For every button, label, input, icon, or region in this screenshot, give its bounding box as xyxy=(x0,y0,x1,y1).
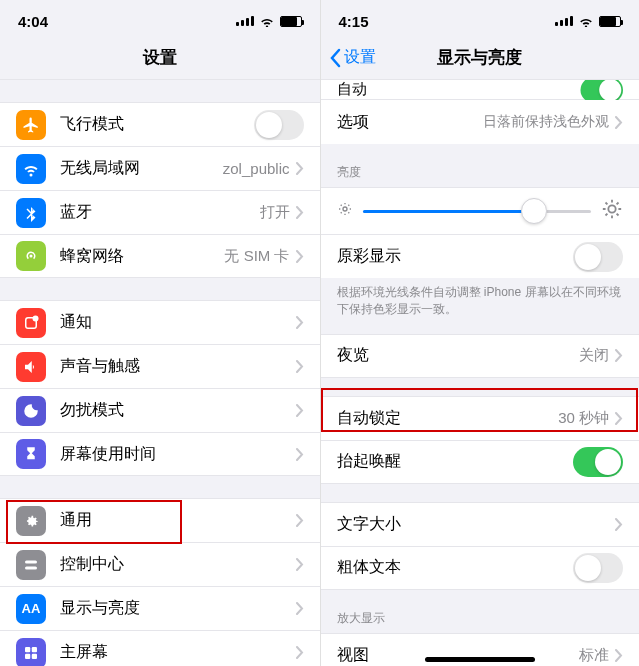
row-sounds[interactable]: 声音与触感 xyxy=(0,344,320,388)
row-true-tone[interactable]: 原彩显示 xyxy=(321,234,640,278)
row-auto-partial[interactable]: 自动 xyxy=(321,80,640,100)
auto-toggle[interactable] xyxy=(581,80,624,102)
label: 通知 xyxy=(60,312,296,333)
label: 主屏幕 xyxy=(60,642,296,663)
row-general[interactable]: 通用 xyxy=(0,498,320,542)
label: 原彩显示 xyxy=(337,246,574,267)
value: 无 SIM 卡 xyxy=(224,247,289,266)
svg-rect-5 xyxy=(32,647,37,652)
cell-signal-icon xyxy=(236,16,254,26)
brightness-slider-row xyxy=(321,187,640,234)
svg-rect-2 xyxy=(25,560,37,563)
label: 自动 xyxy=(337,80,367,99)
svg-rect-3 xyxy=(25,566,37,569)
grid-icon xyxy=(16,638,46,667)
row-night-shift[interactable]: 夜览 关闭 xyxy=(321,334,640,378)
wifi-icon xyxy=(16,154,46,184)
row-airplane-mode[interactable]: 飞行模式 xyxy=(0,102,320,146)
chevron-right-icon xyxy=(615,518,623,531)
chevron-right-icon xyxy=(296,602,304,615)
label: 无线局域网 xyxy=(60,158,223,179)
page-title: 显示与亮度 xyxy=(437,46,522,69)
text-aa-icon: AA xyxy=(16,594,46,624)
label: 蜂窝网络 xyxy=(60,246,224,267)
bold-text-toggle[interactable] xyxy=(573,553,623,583)
row-wifi[interactable]: 无线局域网 zol_public xyxy=(0,146,320,190)
value: 30 秒钟 xyxy=(558,409,609,428)
row-screentime[interactable]: 屏幕使用时间 xyxy=(0,432,320,476)
label: 夜览 xyxy=(337,345,580,366)
row-appearance-options[interactable]: 选项 日落前保持浅色外观 xyxy=(321,100,640,144)
chevron-right-icon xyxy=(615,349,623,362)
row-cellular[interactable]: 蜂窝网络 无 SIM 卡 xyxy=(0,234,320,278)
gear-icon xyxy=(16,506,46,536)
battery-icon xyxy=(280,16,302,27)
row-notifications[interactable]: 通知 xyxy=(0,300,320,344)
status-bar: 4:04 xyxy=(0,0,320,36)
back-label: 设置 xyxy=(344,47,376,68)
chevron-right-icon xyxy=(296,558,304,571)
row-display-brightness[interactable]: AA 显示与亮度 xyxy=(0,586,320,630)
hourglass-icon xyxy=(16,439,46,469)
label: 视图 xyxy=(337,645,580,666)
screenshot-settings-root: 4:04 设置 飞行模式 无线局域网 zol_public xyxy=(0,0,320,666)
screenshot-display-brightness: 4:15 设置 显示与亮度 自动 选项 日落前保持浅色外观 xyxy=(320,0,640,666)
nav-header: 设置 显示与亮度 xyxy=(321,36,640,80)
row-control-center[interactable]: 控制中心 xyxy=(0,542,320,586)
svg-point-1 xyxy=(33,315,39,321)
chevron-right-icon xyxy=(296,448,304,461)
chevron-right-icon xyxy=(296,206,304,219)
status-bar: 4:15 xyxy=(321,0,640,36)
chevron-right-icon xyxy=(296,404,304,417)
switches-icon xyxy=(16,550,46,580)
value: 关闭 xyxy=(579,346,609,365)
nav-header: 设置 xyxy=(0,36,320,80)
label: 屏幕使用时间 xyxy=(60,444,296,465)
label: 通用 xyxy=(60,510,296,531)
row-home-screen[interactable]: 主屏幕 xyxy=(0,630,320,666)
row-bluetooth[interactable]: 蓝牙 打开 xyxy=(0,190,320,234)
brightness-header: 亮度 xyxy=(321,160,640,187)
row-bold-text[interactable]: 粗体文本 xyxy=(321,546,640,590)
chevron-right-icon xyxy=(615,649,623,662)
chevron-right-icon xyxy=(296,250,304,263)
zoom-display-header: 放大显示 xyxy=(321,606,640,633)
home-indicator[interactable] xyxy=(425,657,535,662)
true-tone-note: 根据环境光线条件自动调整 iPhone 屏幕以在不同环境下保持色彩显示一致。 xyxy=(321,278,640,322)
row-auto-lock[interactable]: 自动锁定 30 秒钟 xyxy=(321,396,640,440)
airplane-toggle[interactable] xyxy=(254,110,304,140)
brightness-slider[interactable] xyxy=(363,210,592,213)
sun-big-icon xyxy=(601,198,623,224)
battery-icon xyxy=(599,16,621,27)
label: 声音与触感 xyxy=(60,356,296,377)
chevron-right-icon xyxy=(296,360,304,373)
svg-point-14 xyxy=(343,207,347,211)
chevron-right-icon xyxy=(296,162,304,175)
row-dnd[interactable]: 勿扰模式 xyxy=(0,388,320,432)
antenna-icon xyxy=(16,241,46,271)
wifi-icon xyxy=(259,13,275,30)
true-tone-toggle[interactable] xyxy=(573,242,623,272)
svg-rect-6 xyxy=(25,653,30,658)
row-text-size[interactable]: 文字大小 xyxy=(321,502,640,546)
label: 飞行模式 xyxy=(60,114,254,135)
chevron-right-icon xyxy=(296,316,304,329)
chevron-right-icon xyxy=(615,412,623,425)
label: 自动锁定 xyxy=(337,408,559,429)
raise-to-wake-toggle[interactable] xyxy=(573,447,623,477)
notifications-icon xyxy=(16,308,46,338)
status-time: 4:04 xyxy=(18,13,48,30)
value: 日落前保持浅色外观 xyxy=(483,113,609,131)
label: 选项 xyxy=(337,112,484,133)
value: zol_public xyxy=(223,160,290,177)
label: 勿扰模式 xyxy=(60,400,296,421)
cell-signal-icon xyxy=(555,16,573,26)
chevron-right-icon xyxy=(296,646,304,659)
label: 蓝牙 xyxy=(60,202,260,223)
label: 文字大小 xyxy=(337,514,616,535)
chevron-right-icon xyxy=(296,514,304,527)
label: 显示与亮度 xyxy=(60,598,296,619)
back-button[interactable]: 设置 xyxy=(329,36,376,79)
row-raise-to-wake[interactable]: 抬起唤醒 xyxy=(321,440,640,484)
bluetooth-icon xyxy=(16,198,46,228)
